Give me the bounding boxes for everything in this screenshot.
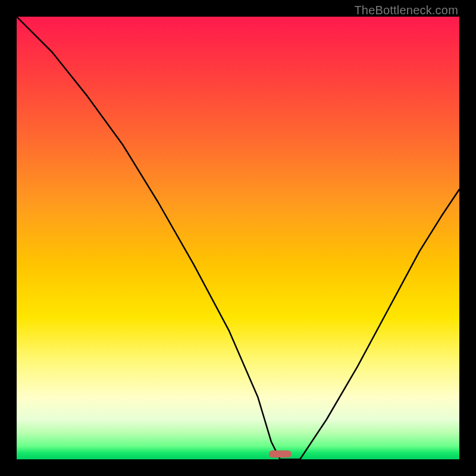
optimum-marker	[269, 450, 292, 458]
plot-area	[17, 17, 459, 459]
watermark-text: TheBottleneck.com	[354, 4, 458, 17]
bottleneck-curve	[17, 17, 459, 459]
chart-frame: TheBottleneck.com	[0, 0, 476, 476]
